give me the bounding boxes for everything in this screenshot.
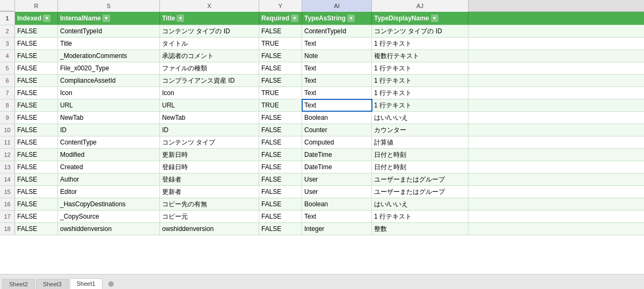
cell-required-16[interactable]: FALSE xyxy=(259,223,302,235)
cell-typedisplayname-2[interactable]: 複数行テキスト xyxy=(372,50,469,62)
cell-title-3[interactable]: ファイルの種類 xyxy=(160,62,259,74)
table-row[interactable]: 7 FALSE Icon Icon TRUE Text 1 行テキスト xyxy=(0,87,644,99)
cell-title-4[interactable]: コンプライアンス資産 ID xyxy=(160,75,259,86)
cell-required-6[interactable]: TRUE xyxy=(259,99,302,111)
cell-typeasstring-7[interactable]: Boolean xyxy=(302,112,372,124)
table-row[interactable]: 16 FALSE _HasCopyDestinations コピー先の有無 FA… xyxy=(0,198,644,211)
cell-typeasstring-15[interactable]: Text xyxy=(302,211,372,222)
add-sheet-button[interactable]: ⊕ xyxy=(104,278,119,289)
header-title[interactable]: Title ▼ xyxy=(160,12,259,25)
cell-required-15[interactable]: FALSE xyxy=(259,211,302,222)
cell-indexed-11[interactable]: FALSE xyxy=(15,161,58,173)
cell-typeasstring-12[interactable]: User xyxy=(302,174,372,185)
cell-required-7[interactable]: FALSE xyxy=(259,112,302,124)
cell-typedisplayname-13[interactable]: ユーザーまたはグループ xyxy=(372,186,469,198)
cell-required-14[interactable]: FALSE xyxy=(259,198,302,210)
cell-indexed-8[interactable]: FALSE xyxy=(15,124,58,136)
cell-required-5[interactable]: TRUE xyxy=(259,87,302,99)
cell-typeasstring-1[interactable]: Text xyxy=(302,38,372,49)
col-header-aj[interactable]: AJ xyxy=(372,0,469,12)
cell-typedisplayname-1[interactable]: 1 行テキスト xyxy=(372,38,469,49)
table-row[interactable]: 15 FALSE Editor 更新者 FALSE User ユーザーまたはグル… xyxy=(0,186,644,198)
cell-typeasstring-14[interactable]: Boolean xyxy=(302,198,372,210)
cell-typeasstring-2[interactable]: Note xyxy=(302,50,372,62)
header-internalname[interactable]: InternalName ▼ xyxy=(58,12,160,25)
cell-indexed-13[interactable]: FALSE xyxy=(15,186,58,198)
cell-internalname-10[interactable]: Modified xyxy=(58,149,160,161)
cell-typedisplayname-3[interactable]: 1 行テキスト xyxy=(372,62,469,74)
cell-internalname-14[interactable]: _HasCopyDestinations xyxy=(58,198,160,210)
cell-indexed-9[interactable]: FALSE xyxy=(15,136,58,148)
cell-typedisplayname-5[interactable]: 1 行テキスト xyxy=(372,87,469,99)
cell-typedisplayname-7[interactable]: はい/いいえ xyxy=(372,112,469,124)
cell-title-0[interactable]: コンテンツ タイプの ID xyxy=(160,25,259,37)
table-row[interactable]: 12 FALSE Modified 更新日時 FALSE DateTime 日付… xyxy=(0,149,644,161)
cell-internalname-3[interactable]: File_x0020_Type xyxy=(58,62,160,74)
cell-indexed-5[interactable]: FALSE xyxy=(15,87,58,99)
cell-typedisplayname-16[interactable]: 整数 xyxy=(372,223,469,235)
cell-typeasstring-3[interactable]: Text xyxy=(302,62,372,74)
cell-title-6[interactable]: URL xyxy=(160,99,259,111)
filter-icon-typeasstring[interactable]: ▼ xyxy=(347,15,355,22)
cell-internalname-11[interactable]: Created xyxy=(58,161,160,173)
sheet-tab-sheet2[interactable]: Sheet2 xyxy=(2,279,35,289)
col-header-s[interactable]: S xyxy=(58,0,160,12)
cell-typeasstring-16[interactable]: Integer xyxy=(302,223,372,235)
cell-internalname-8[interactable]: ID xyxy=(58,124,160,136)
cell-required-8[interactable]: FALSE xyxy=(259,124,302,136)
table-row[interactable]: 18 FALSE owshiddenversion owshiddenversi… xyxy=(0,223,644,235)
cell-required-9[interactable]: FALSE xyxy=(259,136,302,148)
cell-typeasstring-6[interactable]: Text xyxy=(302,99,372,111)
cell-title-14[interactable]: コピー先の有無 xyxy=(160,198,259,210)
cell-title-9[interactable]: コンテンツ タイプ xyxy=(160,136,259,148)
cell-required-11[interactable]: FALSE xyxy=(259,161,302,173)
cell-typedisplayname-6[interactable]: 1 行テキスト xyxy=(372,99,469,111)
cell-title-10[interactable]: 更新日時 xyxy=(160,149,259,161)
cell-title-13[interactable]: 更新者 xyxy=(160,186,259,198)
cell-indexed-6[interactable]: FALSE xyxy=(15,99,58,111)
cell-required-1[interactable]: TRUE xyxy=(259,38,302,49)
cell-indexed-2[interactable]: FALSE xyxy=(15,50,58,62)
cell-internalname-13[interactable]: Editor xyxy=(58,186,160,198)
cell-indexed-1[interactable]: FALSE xyxy=(15,38,58,49)
cell-indexed-7[interactable]: FALSE xyxy=(15,112,58,124)
cell-typedisplayname-9[interactable]: 計算値 xyxy=(372,136,469,148)
col-header-x[interactable]: X xyxy=(160,0,259,12)
table-row[interactable]: 17 FALSE _CopySource コピー元 FALSE Text 1 行… xyxy=(0,211,644,223)
cell-title-2[interactable]: 承認者のコメント xyxy=(160,50,259,62)
cell-required-0[interactable]: FALSE xyxy=(259,25,302,37)
cell-typedisplayname-8[interactable]: カウンター xyxy=(372,124,469,136)
cell-indexed-0[interactable]: FALSE xyxy=(15,25,58,37)
filter-icon-typedisplayname[interactable]: ▼ xyxy=(431,15,438,22)
filter-icon-indexed[interactable]: ▼ xyxy=(43,15,50,22)
cell-title-5[interactable]: Icon xyxy=(160,87,259,99)
cell-internalname-5[interactable]: Icon xyxy=(58,87,160,99)
table-row[interactable]: 9 FALSE NewTab NewTab FALSE Boolean はい/い… xyxy=(0,112,644,124)
cell-required-12[interactable]: FALSE xyxy=(259,174,302,185)
cell-indexed-16[interactable]: FALSE xyxy=(15,223,58,235)
cell-internalname-0[interactable]: ContentTypeId xyxy=(58,25,160,37)
cell-title-8[interactable]: ID xyxy=(160,124,259,136)
sheet-tab-sheet1[interactable]: Sheet1 xyxy=(70,278,103,289)
cell-required-3[interactable]: FALSE xyxy=(259,62,302,74)
cell-required-13[interactable]: FALSE xyxy=(259,186,302,198)
cell-title-16[interactable]: owshiddenversion xyxy=(160,223,259,235)
col-header-y[interactable]: Y xyxy=(259,0,302,12)
cell-indexed-10[interactable]: FALSE xyxy=(15,149,58,161)
cell-internalname-6[interactable]: URL xyxy=(58,99,160,111)
header-indexed[interactable]: Indexed ▼ xyxy=(15,12,58,25)
table-row[interactable]: 14 FALSE Author 登録者 FALSE User ユーザーまたはグル… xyxy=(0,174,644,186)
table-row[interactable]: 3 FALSE Title タイトル TRUE Text 1 行テキスト xyxy=(0,38,644,50)
filter-icon-required[interactable]: ▼ xyxy=(291,15,298,22)
filter-icon-internalname[interactable]: ▼ xyxy=(103,15,110,22)
cell-internalname-15[interactable]: _CopySource xyxy=(58,211,160,222)
cell-typeasstring-13[interactable]: User xyxy=(302,186,372,198)
col-header-ai[interactable]: AI xyxy=(302,0,372,12)
cell-required-2[interactable]: FALSE xyxy=(259,50,302,62)
cell-internalname-9[interactable]: ContentType xyxy=(58,136,160,148)
table-row[interactable]: 4 FALSE _ModerationComments 承認者のコメント FAL… xyxy=(0,50,644,62)
cell-typeasstring-0[interactable]: ContentTypeId xyxy=(302,25,372,37)
cell-typeasstring-4[interactable]: Text xyxy=(302,75,372,86)
table-row[interactable]: 6 FALSE ComplianceAssetId コンプライアンス資産 ID … xyxy=(0,75,644,87)
cell-internalname-7[interactable]: NewTab xyxy=(58,112,160,124)
